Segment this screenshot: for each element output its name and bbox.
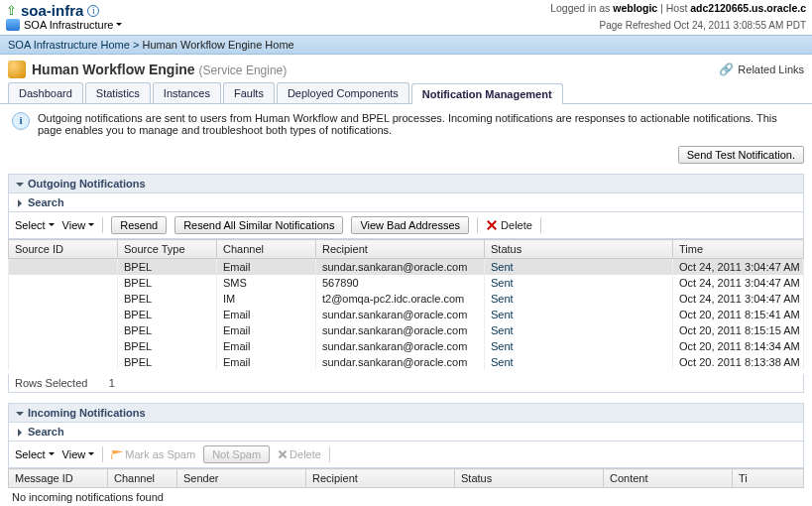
- cell-source-type: BPEL: [118, 354, 217, 370]
- select-menu[interactable]: Select: [15, 448, 55, 460]
- cell-time: Oct 24, 2011 3:04:47 AM: [673, 291, 804, 307]
- cell-recipient: sundar.sankaran@oracle.com: [316, 307, 485, 322]
- col-sender[interactable]: Sender: [177, 469, 306, 488]
- col-channel[interactable]: Channel: [217, 240, 316, 259]
- cell-source-id: [9, 338, 118, 354]
- table-row[interactable]: BPELEmailsundar.sankaran@oracle.comSentO…: [9, 322, 804, 338]
- col-channel[interactable]: Channel: [108, 469, 177, 488]
- incoming-empty: No incoming notifications found: [8, 488, 804, 506]
- breadcrumb-home[interactable]: SOA Infrastructure Home: [8, 39, 130, 51]
- tab-faults[interactable]: Faults: [223, 82, 275, 103]
- outgoing-search[interactable]: Search: [8, 193, 804, 212]
- col-time[interactable]: Ti: [733, 469, 804, 488]
- view-bad-addresses-button[interactable]: View Bad Addresses: [351, 216, 469, 234]
- col-status[interactable]: Status: [485, 240, 673, 259]
- status-link[interactable]: Sent: [491, 277, 514, 289]
- tab-instances[interactable]: Instances: [153, 82, 221, 103]
- cell-channel: Email: [217, 259, 316, 276]
- view-menu[interactable]: View: [62, 448, 95, 460]
- status-link[interactable]: Sent: [491, 261, 514, 273]
- cell-source-id: [9, 354, 118, 370]
- info-icon: i: [12, 112, 30, 130]
- col-status[interactable]: Status: [455, 469, 604, 488]
- table-row[interactable]: BPELIMt2@omqa-pc2.idc.oracle.comSentOct …: [9, 291, 804, 307]
- infrastructure-icon: [6, 19, 20, 31]
- expand-icon[interactable]: [15, 428, 24, 437]
- select-menu[interactable]: Select: [15, 219, 55, 231]
- cell-source-id: [9, 291, 118, 307]
- cell-time: Oct 24, 2011 3:04:47 AM: [673, 275, 804, 291]
- resend-all-button[interactable]: Resend All Similar Notifications: [174, 216, 343, 234]
- col-recipient[interactable]: Recipient: [306, 469, 455, 488]
- workflow-icon: [8, 61, 26, 78]
- table-row[interactable]: BPELEmailsundar.sankaran@oracle.comSentO…: [9, 354, 804, 370]
- incoming-section-header[interactable]: Incoming Notifications: [8, 403, 804, 423]
- breadcrumb-current: Human Workflow Engine Home: [142, 39, 293, 51]
- table-row[interactable]: BPELEmailsundar.sankaran@oracle.comSentO…: [9, 307, 804, 322]
- cell-time: Oct 20, 2011 8:15:41 AM: [673, 307, 804, 322]
- related-links[interactable]: 🔗 Related Links: [719, 63, 804, 76]
- delete-icon: [278, 449, 288, 459]
- collapse-icon[interactable]: [15, 409, 24, 418]
- table-row[interactable]: BPELEmailsundar.sankaran@oracle.comSentO…: [9, 338, 804, 354]
- incoming-search[interactable]: Search: [8, 423, 804, 442]
- col-recipient[interactable]: Recipient: [316, 240, 485, 259]
- status-link[interactable]: Sent: [491, 293, 514, 305]
- cell-recipient: sundar.sankaran@oracle.com: [316, 322, 485, 338]
- cell-status: Sent: [485, 338, 673, 354]
- cell-status: Sent: [485, 259, 673, 276]
- cell-channel: Email: [217, 338, 316, 354]
- tab-bar: Dashboard Statistics Instances Faults De…: [0, 82, 812, 104]
- send-test-notification-button[interactable]: Send Test Notification.: [678, 146, 804, 164]
- table-row[interactable]: BPELEmailsundar.sankaran@oracle.comSentO…: [9, 259, 804, 276]
- delete-button[interactable]: Delete: [486, 219, 532, 231]
- col-source-id[interactable]: Source ID: [9, 240, 118, 259]
- cell-channel: Email: [217, 307, 316, 322]
- tab-dashboard[interactable]: Dashboard: [8, 82, 83, 103]
- col-source-type[interactable]: Source Type: [118, 240, 217, 259]
- cell-source-type: BPEL: [118, 338, 217, 354]
- login-host-info: Logged in as weblogic | Host adc2120665.…: [550, 2, 806, 14]
- page-title: Human Workflow Engine (Service Engine): [32, 62, 287, 77]
- cell-recipient: sundar.sankaran@oracle.com: [316, 259, 485, 276]
- info-icon[interactable]: i: [87, 5, 99, 17]
- col-time[interactable]: Time: [673, 240, 804, 259]
- link-icon: 🔗: [719, 63, 734, 76]
- resend-button[interactable]: Resend: [111, 216, 167, 234]
- mark-as-spam-button[interactable]: Mark as Spam: [111, 448, 195, 460]
- app-name[interactable]: soa-infra: [21, 2, 83, 19]
- cell-status: Sent: [485, 307, 673, 322]
- cell-status: Sent: [485, 275, 673, 291]
- col-message-id[interactable]: Message ID: [9, 469, 108, 488]
- tab-statistics[interactable]: Statistics: [85, 82, 151, 103]
- page-refreshed: Page Refreshed Oct 24, 2011 3:08:55 AM P…: [600, 20, 806, 31]
- col-content[interactable]: Content: [604, 469, 733, 488]
- rows-selected: Rows Selected 1: [8, 374, 804, 393]
- outgoing-toolbar: Select View Resend Resend All Similar No…: [8, 212, 804, 239]
- up-arrow-icon[interactable]: ⇧: [6, 3, 17, 18]
- table-row[interactable]: BPELSMS567890SentOct 24, 2011 3:04:47 AM: [9, 275, 804, 291]
- not-spam-button[interactable]: Not Spam: [203, 445, 270, 463]
- collapse-icon[interactable]: [15, 180, 24, 189]
- hint-text: Outgoing notifications are sent to users…: [38, 112, 800, 136]
- flag-icon: [111, 449, 123, 459]
- cell-source-type: BPEL: [118, 259, 217, 276]
- outgoing-section-header[interactable]: Outgoing Notifications: [8, 174, 804, 193]
- status-link[interactable]: Sent: [491, 324, 514, 336]
- view-menu[interactable]: View: [62, 219, 95, 231]
- status-link[interactable]: Sent: [491, 309, 514, 320]
- incoming-toolbar: Select View Mark as Spam Not Spam Delete: [8, 442, 804, 468]
- cell-source-type: BPEL: [118, 322, 217, 338]
- delete-button[interactable]: Delete: [278, 448, 321, 460]
- cell-channel: IM: [217, 291, 316, 307]
- cell-time: Oct 20, 2011 8:15:15 AM: [673, 322, 804, 338]
- cell-source-id: [9, 307, 118, 322]
- status-link[interactable]: Sent: [491, 356, 514, 368]
- delete-icon: [486, 219, 498, 231]
- infrastructure-menu[interactable]: SOA Infrastructure: [24, 19, 122, 31]
- tab-notification-management[interactable]: Notification Management: [411, 83, 563, 104]
- expand-icon[interactable]: [15, 198, 24, 207]
- status-link[interactable]: Sent: [491, 340, 514, 352]
- cell-source-type: BPEL: [118, 291, 217, 307]
- tab-deployed-components[interactable]: Deployed Components: [277, 82, 409, 103]
